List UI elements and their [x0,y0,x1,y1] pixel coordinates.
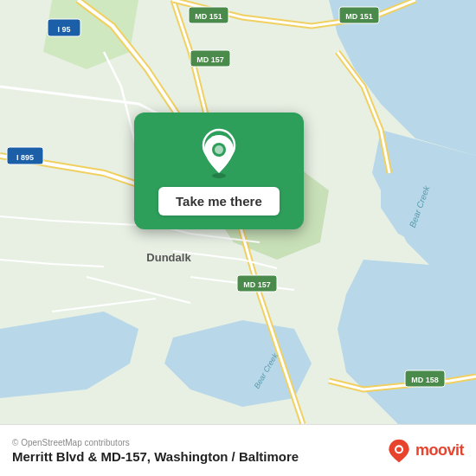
moovit-logo[interactable]: moovit [386,438,464,464]
moovit-brand-icon [386,438,412,464]
svg-text:MD 151: MD 151 [345,12,373,21]
svg-point-22 [212,173,226,178]
bottom-left: © OpenStreetMap contributors Merritt Blv… [12,438,299,464]
svg-text:Dundalk: Dundalk [146,251,191,264]
svg-point-24 [215,145,223,154]
green-card: Take me there [134,113,304,229]
map-container: I 95 I 895 MD 151 MD 151 MD 157 MD 157 M… [0,0,476,424]
svg-text:MD 158: MD 158 [411,376,439,384]
bottom-bar: © OpenStreetMap contributors Merritt Blv… [0,424,476,476]
svg-text:I 895: I 895 [16,153,34,162]
svg-point-26 [396,447,402,452]
button-overlay: Take me there [134,113,304,229]
location-title: Merritt Blvd & MD-157, Washington / Balt… [12,449,299,464]
moovit-text: moovit [415,441,464,460]
osm-credit: © OpenStreetMap contributors [12,438,299,447]
svg-text:I 95: I 95 [57,25,70,34]
pin-icon [201,133,237,178]
svg-text:MD 157: MD 157 [243,280,271,289]
take-me-there-button[interactable]: Take me there [158,187,280,215]
svg-text:MD 157: MD 157 [196,55,224,64]
svg-text:MD 151: MD 151 [195,12,222,21]
